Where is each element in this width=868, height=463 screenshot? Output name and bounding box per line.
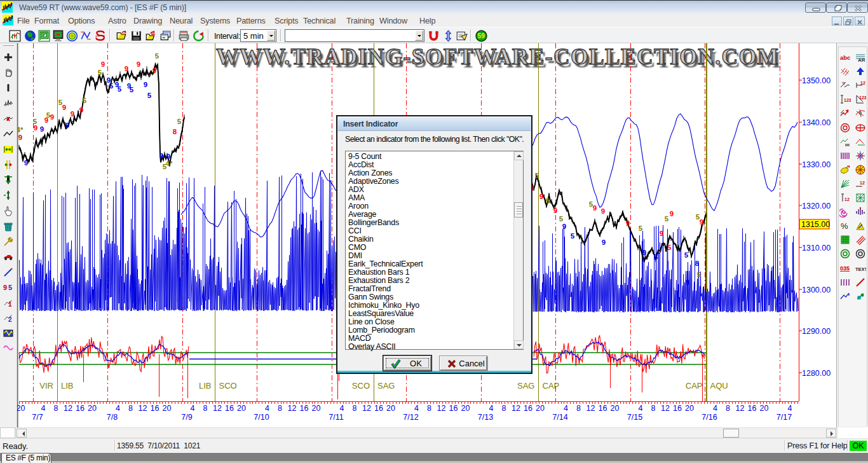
svg-text:7/12: 7/12	[403, 413, 418, 422]
svg-text:16: 16	[300, 404, 309, 413]
svg-text:20: 20	[88, 404, 97, 413]
svg-text:8: 8	[278, 404, 282, 413]
svg-text:9: 9	[553, 207, 557, 214]
svg-text:9: 9	[79, 106, 83, 114]
svg-text:9: 9	[3, 284, 7, 291]
svg-text:16: 16	[225, 404, 234, 413]
svg-text:12: 12	[860, 81, 865, 85]
svg-text:20: 20	[685, 404, 694, 413]
svg-text:20: 20	[461, 404, 470, 413]
svg-text:20: 20	[17, 404, 25, 413]
svg-text:12: 12	[587, 404, 595, 413]
svg-text:5: 5	[83, 97, 87, 104]
svg-text:12: 12	[512, 404, 520, 413]
svg-text:abc: abc	[840, 54, 850, 61]
svg-text:1280.00: 1280.00	[802, 369, 831, 378]
svg-text:LIB: LIB	[199, 381, 212, 390]
svg-text:035: 035	[840, 265, 850, 272]
svg-text:12: 12	[844, 197, 850, 202]
svg-text:1300.00: 1300.00	[802, 286, 831, 294]
svg-text:VIR: VIR	[39, 381, 53, 390]
svg-text:9: 9	[71, 110, 74, 118]
svg-text:12: 12	[64, 404, 72, 413]
svg-text:8: 8	[427, 404, 431, 413]
svg-text:16: 16	[449, 404, 458, 413]
svg-text:5: 5	[177, 118, 182, 125]
svg-text:9: 9	[539, 193, 543, 200]
svg-text:1310.00: 1310.00	[802, 244, 831, 252]
svg-text:9: 9	[65, 121, 69, 129]
svg-text:5: 5	[559, 215, 564, 223]
svg-text:5: 5	[696, 213, 700, 221]
svg-text:9: 9	[686, 279, 689, 286]
svg-text:20: 20	[386, 404, 395, 413]
svg-text:5: 5	[8, 284, 12, 291]
svg-text:16: 16	[599, 404, 607, 413]
svg-text:4: 4	[639, 404, 643, 413]
svg-text:123: 123	[844, 98, 851, 102]
svg-text:4: 4	[265, 404, 269, 413]
svg-text:8: 8	[54, 404, 58, 413]
svg-text:8: 8	[203, 404, 208, 413]
svg-text:5: 5	[589, 200, 593, 208]
svg-text:9: 9	[601, 207, 605, 215]
svg-text:5: 5	[546, 197, 550, 205]
svg-text:20: 20	[312, 404, 321, 413]
svg-text:5: 5	[33, 118, 37, 125]
svg-text:5: 5	[684, 251, 689, 259]
svg-text:7/17: 7/17	[776, 413, 792, 422]
svg-text:7/9: 7/9	[181, 413, 192, 422]
svg-text:9: 9	[137, 60, 140, 68]
svg-text:16: 16	[76, 404, 85, 413]
svg-text:9: 9	[101, 60, 105, 68]
svg-text:LIB: LIB	[61, 381, 74, 390]
svg-text:5: 5	[58, 99, 63, 106]
svg-text:4: 4	[564, 404, 568, 413]
svg-text:7/14: 7/14	[552, 413, 567, 422]
svg-text:SCO: SCO	[352, 381, 370, 390]
svg-text:7/7: 7/7	[32, 413, 43, 422]
svg-text:9: 9	[50, 113, 54, 121]
svg-text:AR: AR	[858, 57, 865, 63]
svg-text:1330.00: 1330.00	[802, 160, 831, 169]
svg-text:9: 9	[40, 125, 44, 133]
svg-text:4: 4	[489, 404, 494, 413]
svg-text:4: 4	[191, 404, 195, 413]
svg-text:5: 5	[109, 82, 114, 90]
svg-text:TEXT: TEXT	[855, 266, 866, 272]
svg-text:20: 20	[760, 404, 769, 413]
svg-text:9: 9	[670, 210, 674, 218]
svg-text:9: 9	[642, 249, 646, 256]
svg-text:7/13: 7/13	[478, 413, 493, 422]
svg-text:8: 8	[695, 259, 700, 267]
svg-text:7/15: 7/15	[627, 413, 642, 422]
svg-text:5: 5	[697, 271, 702, 279]
svg-text:9: 9	[166, 153, 170, 160]
svg-text:4: 4	[340, 404, 344, 413]
svg-text:7/11: 7/11	[329, 413, 343, 422]
svg-text:2: 2	[8, 316, 12, 323]
svg-text:9: 9	[153, 67, 156, 74]
svg-text:5: 5	[639, 225, 643, 232]
svg-text:7/16: 7/16	[702, 413, 717, 422]
svg-text:4: 4	[414, 404, 419, 413]
svg-text:16: 16	[151, 404, 159, 413]
svg-text:1340.00: 1340.00	[802, 118, 831, 127]
svg-text:SAG: SAG	[517, 381, 534, 390]
svg-text:9: 9	[18, 134, 22, 141]
svg-text:9: 9	[125, 65, 128, 73]
svg-text:1350.00: 1350.00	[802, 76, 831, 85]
svg-text:8: 8	[173, 128, 177, 135]
svg-text:16: 16	[673, 404, 682, 413]
svg-text:4: 4	[788, 404, 792, 413]
svg-text:1320.00: 1320.00	[802, 202, 831, 211]
svg-text:5: 5	[155, 52, 159, 60]
svg-text:12: 12	[736, 404, 745, 413]
svg-text:20: 20	[237, 404, 246, 413]
svg-text:5: 5	[654, 253, 658, 261]
svg-text:20: 20	[611, 404, 620, 413]
svg-text:SAG: SAG	[377, 381, 395, 390]
svg-text:20: 20	[163, 404, 172, 413]
svg-text:59: 59	[478, 32, 485, 39]
svg-text:16: 16	[374, 404, 383, 413]
